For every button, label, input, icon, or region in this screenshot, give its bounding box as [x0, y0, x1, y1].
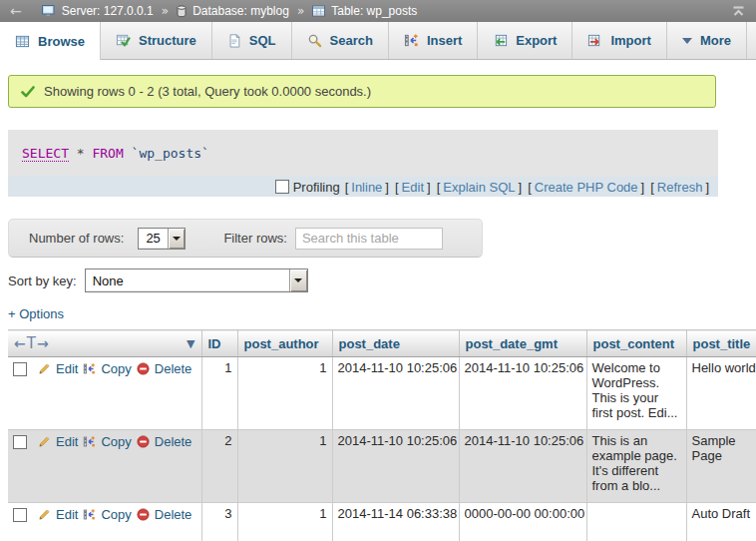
cell-post-date-gmt: 2014-11-10 10:25:06 — [459, 357, 586, 430]
column-header-post-date[interactable]: post_date — [332, 330, 459, 357]
move-columns-right-icon[interactable]: → — [37, 335, 49, 351]
bracket: ] — [424, 180, 434, 195]
delete-link[interactable]: Delete — [155, 507, 192, 522]
breadcrumb-database[interactable]: Database: myblog — [192, 4, 289, 18]
pencil-icon — [38, 362, 51, 375]
filter-rows-label: Filter rows: — [223, 231, 287, 246]
bracket: [ — [434, 180, 444, 195]
search-icon — [307, 33, 322, 48]
cell-post-date: 2014-11-14 06:33:38 — [332, 503, 459, 541]
tab-more[interactable]: More — [667, 22, 747, 59]
sql-link-inline[interactable]: Inline — [351, 180, 382, 195]
delete-link[interactable]: Delete — [155, 361, 192, 376]
rows-filter-bar: Number of rows: 25 Filter rows: — [8, 219, 483, 258]
tab-export[interactable]: Export — [478, 22, 572, 59]
sort-by-key-value: None — [86, 270, 289, 291]
tab-bar: Browse Structure SQL — [0, 22, 756, 60]
cell-id: 3 — [201, 503, 237, 541]
select-arrow-icon — [289, 270, 307, 291]
sql-keyword-select[interactable]: SELECT — [22, 146, 69, 162]
tab-label: Browse — [38, 34, 85, 49]
breadcrumb-server[interactable]: Server: 127.0.0.1 — [62, 4, 154, 18]
cell-post-content: Welcome to WordPress. This is your first… — [586, 357, 686, 430]
cell-post-author: 1 — [237, 503, 332, 541]
breadcrumb-table[interactable]: Table: wp_posts — [331, 4, 417, 18]
column-header-post-title[interactable]: post_title — [686, 330, 756, 357]
sql-link-create-php[interactable]: Create PHP Code — [535, 180, 638, 195]
copy-link[interactable]: Copy — [101, 507, 131, 522]
nav-panel-toggle-icon[interactable]: ← — [10, 4, 22, 18]
tab-insert[interactable]: Insert — [389, 22, 478, 59]
pencil-icon — [38, 508, 51, 521]
copy-icon — [83, 362, 96, 375]
sql-link-refresh[interactable]: Refresh — [657, 180, 703, 195]
browse-icon — [15, 34, 30, 49]
sql-icon — [227, 33, 241, 48]
move-columns-left-icon[interactable]: ← — [14, 335, 26, 351]
edit-link[interactable]: Edit — [56, 434, 78, 449]
bracket: [ — [525, 180, 535, 195]
cell-post-content: This is an example page. It's different … — [586, 430, 686, 503]
export-icon — [493, 33, 508, 48]
sql-link-edit[interactable]: Edit — [402, 180, 424, 195]
database-icon — [177, 5, 187, 18]
cell-post-date-gmt: 0000-00-00 00:00:00 — [459, 503, 586, 541]
cell-post-date-gmt: 2014-11-10 10:25:06 — [459, 430, 586, 503]
status-message-text: Showing rows 0 - 2 (3 total, Query took … — [44, 84, 371, 99]
bracket: ] — [638, 180, 648, 195]
header-options-caret-icon[interactable]: ▼ — [187, 337, 194, 350]
tab-import[interactable]: Import — [572, 22, 666, 59]
table-row: Edit Cop — [8, 430, 756, 503]
cell-post-date: 2014-11-10 10:25:06 — [332, 357, 459, 430]
copy-link[interactable]: Copy — [101, 361, 131, 376]
profiling-label: Profiling — [293, 180, 340, 195]
filter-rows-input[interactable] — [295, 228, 443, 250]
table-icon — [312, 5, 325, 17]
sql-query-box: SELECT * FROM `wp_posts` Profiling [ Inl… — [8, 130, 718, 197]
structure-icon — [116, 33, 131, 48]
sql-link-explain[interactable]: Explain SQL — [443, 180, 515, 195]
tab-label: Export — [516, 33, 557, 48]
tab-label: Import — [610, 33, 650, 48]
copy-link[interactable]: Copy — [101, 434, 131, 449]
row-checkbox[interactable] — [13, 362, 27, 376]
column-header-post-content[interactable]: post_content — [586, 330, 686, 357]
phpmyadmin-browse-page: ← Server: 127.0.0.1 » Database: myblog » — [0, 0, 756, 541]
toggle-columns-icon[interactable]: T — [27, 334, 36, 352]
sql-identifier: `wp_posts` — [124, 146, 209, 161]
collapse-top-icon[interactable] — [731, 5, 746, 18]
bracket: [ — [392, 180, 402, 195]
breadcrumb-separator: » — [160, 4, 171, 18]
tab-search[interactable]: Search — [292, 22, 389, 59]
profiling-checkbox[interactable] — [275, 180, 289, 194]
row-checkbox[interactable] — [13, 435, 27, 449]
options-toggle[interactable]: + Options — [8, 306, 64, 321]
table-row: Edit Cop — [8, 357, 756, 430]
column-header-post-author[interactable]: post_author — [237, 330, 332, 357]
delete-icon — [137, 362, 150, 375]
sort-by-key-select[interactable]: None — [85, 269, 308, 292]
edit-link[interactable]: Edit — [56, 361, 78, 376]
cell-post-date: 2014-11-10 10:25:06 — [332, 430, 459, 503]
header-actions-cell: ← T → ▼ — [8, 330, 201, 357]
bracket: ] — [702, 180, 712, 195]
tab-sql[interactable]: SQL — [212, 22, 292, 59]
cell-post-title: Hello world! — [686, 357, 756, 430]
delete-icon — [137, 435, 150, 448]
edit-link[interactable]: Edit — [56, 507, 78, 522]
column-header-id[interactable]: ID — [201, 330, 237, 357]
column-header-post-date-gmt[interactable]: post_date_gmt — [459, 330, 586, 357]
delete-link[interactable]: Delete — [155, 434, 192, 449]
tab-structure[interactable]: Structure — [101, 22, 212, 59]
bracket: [ — [647, 180, 657, 195]
number-of-rows-value: 25 — [139, 229, 167, 249]
breadcrumb-bar: ← Server: 127.0.0.1 » Database: myblog » — [0, 0, 756, 22]
sql-keyword-from: FROM — [92, 146, 123, 161]
sql-query-text: SELECT * FROM `wp_posts` — [8, 130, 718, 177]
number-of-rows-select[interactable]: 25 — [138, 228, 186, 250]
import-icon — [587, 33, 602, 48]
cell-post-content — [586, 503, 686, 541]
tab-browse[interactable]: Browse — [0, 22, 101, 60]
row-checkbox[interactable] — [13, 508, 27, 522]
cell-post-author: 1 — [237, 430, 332, 503]
